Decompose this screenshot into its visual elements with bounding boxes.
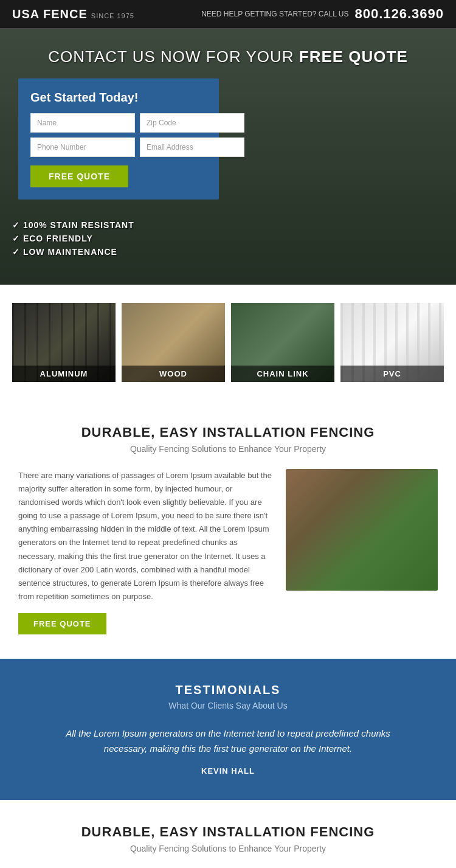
fence-card-wood[interactable]: WOOD [122, 303, 225, 382]
hero-content: CONTACT US NOW FOR YOUR FREE QUOTE Get S… [0, 29, 456, 200]
fence-label-aluminum: ALUMINUM [12, 366, 116, 382]
hero-title-bold: FREE QUOTE [299, 47, 408, 66]
fence-label-pvc: PVC [340, 366, 444, 382]
section1-free-quote-button[interactable]: FREE QUOTE [18, 613, 106, 634]
section2-subtitle: Quality Fencing Solutions to Enhance You… [18, 844, 438, 853]
durable-section-2: DURABLE, EASY INSTALLATION FENCING Quali… [0, 800, 456, 868]
quote-form-box: Get Started Today! FREE QUOTE [18, 78, 219, 200]
form-heading: Get Started Today! [30, 91, 207, 105]
site-header: USA FENCE SINCE 1975 NEED HELP GETTING S… [0, 0, 456, 29]
feature-maintenance: LOW MAINTENANCE [12, 247, 134, 257]
email-input[interactable] [140, 137, 244, 157]
form-row-2 [30, 137, 207, 157]
section1-title: DURABLE, EASY INSTALLATION FENCING [18, 425, 438, 440]
fence-card-pvc[interactable]: PVC [340, 303, 444, 382]
name-input[interactable] [30, 113, 135, 133]
fence-label-wood: WOOD [122, 366, 225, 382]
logo: USA FENCE SINCE 1975 [12, 7, 134, 21]
hero-title-prefix: CONTACT US NOW FOR YOUR [48, 47, 299, 66]
feature-stain: 100% STAIN RESISTANT [12, 220, 134, 230]
fence-types-section: ALUMINUM WOOD CHAIN LINK PVC [0, 285, 456, 400]
logo-text: USA FENCE [12, 7, 88, 21]
zip-input[interactable] [140, 113, 244, 133]
form-row-1 [30, 113, 207, 133]
section1-body: There are many variations of passages of… [18, 469, 274, 603]
phone-input[interactable] [30, 137, 135, 157]
testimonials-section: TESTIMONIALS What Our Clients Say About … [0, 659, 456, 800]
logo-since: SINCE 1975 [91, 12, 134, 19]
durable-section-1: DURABLE, EASY INSTALLATION FENCING Quali… [0, 400, 456, 659]
testimonials-subtitle: What Our Clients Say About Us [18, 701, 438, 710]
fence-label-chainlink: CHAIN LINK [231, 366, 334, 382]
hero-free-quote-button[interactable]: FREE QUOTE [30, 165, 128, 187]
section1-text-col: There are many variations of passages of… [18, 469, 274, 634]
section2-title: DURABLE, EASY INSTALLATION FENCING [18, 824, 438, 840]
fence-card-aluminum[interactable]: ALUMINUM [12, 303, 116, 382]
fence-card-chainlink[interactable]: CHAIN LINK [231, 303, 334, 382]
section1-subtitle: Quality Fencing Solutions to Enhance You… [18, 444, 438, 454]
testimonial-author: KEVIN HALL [18, 766, 438, 776]
testimonial-quote: All the Lorem Ipsum generators on the In… [52, 726, 404, 757]
hero-features: 100% STAIN RESISTANT ECO FRIENDLY LOW MA… [12, 220, 134, 260]
hero-section: CONTACT US NOW FOR YOUR FREE QUOTE Get S… [0, 29, 456, 285]
phone-number: 800.126.3690 [354, 6, 444, 22]
section1-image [286, 469, 438, 591]
section1-content: There are many variations of passages of… [18, 469, 438, 634]
call-text: NEED HELP GETTING STARTED? CALL US [201, 10, 348, 18]
header-contact: NEED HELP GETTING STARTED? CALL US 800.1… [201, 6, 444, 22]
feature-eco: ECO FRIENDLY [12, 234, 134, 243]
hero-title: CONTACT US NOW FOR YOUR FREE QUOTE [12, 47, 444, 66]
testimonials-title: TESTIMONIALS [18, 683, 438, 697]
